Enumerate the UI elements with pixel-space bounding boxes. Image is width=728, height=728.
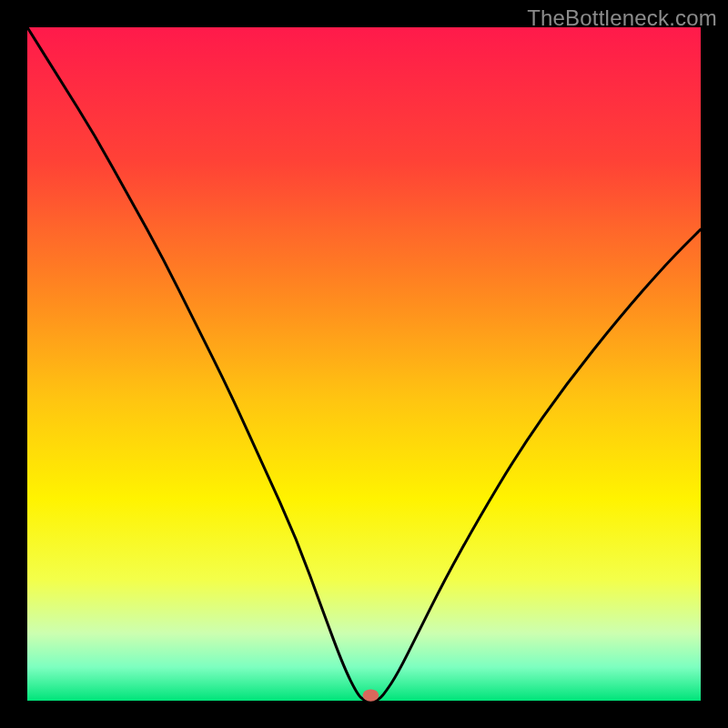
optimum-marker [363,689,379,701]
plot-background [27,27,701,701]
chart-svg [0,0,728,728]
chart-frame: TheBottleneck.com [0,0,728,728]
